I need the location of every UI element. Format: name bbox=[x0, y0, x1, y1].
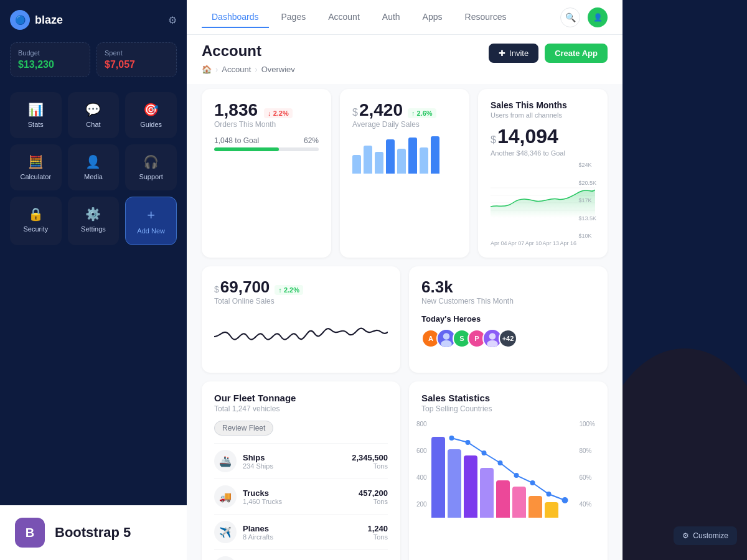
sidebar-item-security[interactable]: 🔒 Security bbox=[10, 197, 62, 245]
search-button[interactable]: 🔍 bbox=[560, 7, 580, 27]
support-icon: 🎧 bbox=[143, 154, 159, 169]
bar-7 bbox=[420, 147, 428, 174]
budget-cards: Budget $13,230 Spent $7,057 bbox=[10, 42, 177, 77]
svg-point-7 bbox=[498, 460, 503, 465]
tab-account[interactable]: Account bbox=[318, 7, 370, 28]
create-app-button[interactable]: Create App bbox=[545, 44, 608, 63]
trucks-sub: 1,460 Trucks bbox=[243, 498, 359, 505]
squiggle-chart bbox=[214, 312, 388, 362]
svg-point-5 bbox=[466, 440, 471, 445]
breadcrumb-account: Account bbox=[222, 65, 251, 74]
bar-col-3 bbox=[464, 455, 477, 518]
new-customers-number: 6.3k bbox=[421, 278, 595, 297]
media-label: Media bbox=[84, 173, 103, 180]
svg-point-6 bbox=[482, 450, 487, 455]
orders-progress: 1,048 to Goal 62% bbox=[214, 136, 319, 151]
orders-label: Orders This Month bbox=[214, 120, 319, 129]
breadcrumb-overview: Overwiev bbox=[261, 65, 295, 74]
spent-value: $7,057 bbox=[105, 59, 169, 70]
chat-icon: 💬 bbox=[85, 102, 101, 117]
settings-icon: ⚙️ bbox=[85, 207, 101, 222]
logo-area: 🔵 blaze bbox=[10, 10, 63, 30]
logo-icon: 🔵 bbox=[10, 10, 30, 30]
sales-bar-chart: 800 600 400 200 bbox=[421, 421, 595, 520]
user-avatar-button[interactable]: 👤 bbox=[588, 7, 608, 27]
daily-sales-header: $ 2,420 ↑ 2.6% bbox=[352, 100, 457, 120]
add-new-label: Add New bbox=[137, 227, 165, 235]
sidebar-item-stats[interactable]: 📊 Stats bbox=[10, 92, 62, 138]
tab-dashboards[interactable]: Dashboards bbox=[202, 7, 269, 28]
sidebar-item-settings[interactable]: ⚙️ Settings bbox=[68, 197, 120, 245]
main-content-area: Dashboards Pages Account Auth Apps Resou… bbox=[187, 0, 622, 560]
spent-label: Spent bbox=[105, 49, 169, 57]
planes-icon: ✈️ bbox=[214, 521, 237, 543]
planes-value: 1,240 bbox=[367, 524, 388, 533]
sidebar-item-add-new[interactable]: + Add New bbox=[125, 197, 177, 245]
sales-month-sub: Users from all channels bbox=[491, 111, 595, 119]
security-label: Security bbox=[23, 225, 48, 233]
total-online-badge: ↑ 2.2% bbox=[275, 285, 303, 295]
bootstrap-text: Bootstrap 5 bbox=[55, 525, 131, 541]
ships-name: Ships bbox=[243, 453, 352, 462]
media-icon: 👤 bbox=[85, 154, 101, 169]
budget-card: Budget $13,230 bbox=[10, 42, 90, 77]
review-fleet-button[interactable]: Review Fleet bbox=[214, 421, 273, 436]
sidebar-item-media[interactable]: 👤 Media bbox=[68, 144, 120, 190]
sidebar-item-chat[interactable]: 💬 Chat bbox=[68, 92, 120, 138]
sidebar: 🔵 blaze ⚙ Budget $13,230 Spent $7,057 📊 … bbox=[0, 0, 187, 560]
sidebar-item-support[interactable]: 🎧 Support bbox=[125, 144, 177, 190]
sidebar-gear-icon[interactable]: ⚙ bbox=[168, 14, 177, 26]
progress-bar bbox=[214, 147, 319, 151]
stats-icon: 📊 bbox=[28, 102, 44, 117]
svg-point-9 bbox=[530, 480, 535, 485]
sales-stats-card: Sales Statistics Top Selling Countries 8… bbox=[409, 381, 608, 560]
bar-2 bbox=[364, 146, 372, 174]
tab-apps[interactable]: Apps bbox=[413, 7, 453, 28]
bar-col-7 bbox=[529, 496, 542, 518]
page-header-section: Account 🏠 › Account › Overwiev ✚ Invite … bbox=[187, 35, 622, 84]
page-actions: ✚ Invite Create App bbox=[489, 44, 608, 63]
sidebar-item-guides[interactable]: 🎯 Guides bbox=[125, 92, 177, 138]
sidebar-item-calculator[interactable]: 🧮 Calculator bbox=[10, 144, 62, 190]
customize-icon: ⚙ bbox=[682, 531, 689, 540]
progress-fill bbox=[214, 147, 279, 151]
daily-sales-label: Average Daily Sales bbox=[352, 120, 457, 129]
tab-pages[interactable]: Pages bbox=[271, 7, 316, 28]
new-customers-card: 6.3k New Customers This Month Today's He… bbox=[409, 266, 608, 373]
chat-label: Chat bbox=[86, 121, 100, 128]
fleet-title: Our Fleet Tonnage bbox=[214, 393, 388, 403]
settings-label: Settings bbox=[81, 225, 106, 233]
top-navigation: Dashboards Pages Account Auth Apps Resou… bbox=[187, 0, 622, 35]
bar-col-1 bbox=[431, 437, 445, 518]
customize-button[interactable]: ⚙ Customize bbox=[674, 526, 737, 545]
fleet-row-trains: 🚂 Trains 804,300 bbox=[214, 549, 388, 560]
sales-month-title: Sales This Months bbox=[491, 100, 595, 110]
bar-6 bbox=[408, 138, 417, 174]
guides-label: Guides bbox=[140, 121, 162, 128]
sales-stats-title: Sales Statistics bbox=[421, 393, 595, 403]
sidebar-header: 🔵 blaze ⚙ bbox=[10, 10, 177, 30]
tab-auth[interactable]: Auth bbox=[372, 7, 410, 28]
bar-1 bbox=[352, 155, 361, 174]
bootstrap-badge: B Bootstrap 5 bbox=[0, 505, 187, 560]
stats-row-1: 1,836 ↓ 2.2% Orders This Month 1,048 to … bbox=[202, 89, 608, 258]
heroes-title: Today's Heroes bbox=[421, 314, 595, 324]
security-icon: 🔒 bbox=[28, 207, 44, 222]
tab-resources[interactable]: Resources bbox=[455, 7, 517, 28]
invite-button[interactable]: ✚ Invite bbox=[489, 44, 538, 63]
bootstrap-letter: B bbox=[26, 526, 34, 540]
grid-menu: 📊 Stats 💬 Chat 🎯 Guides 🧮 Calculator 👤 M… bbox=[10, 92, 177, 245]
orders-number: 1,836 ↓ 2.2% bbox=[214, 100, 319, 120]
sales-stats-sub: Top Selling Countries bbox=[421, 404, 595, 413]
fleet-row-planes: ✈️ Planes 8 Aircrafts 1,240 Tons bbox=[214, 514, 388, 549]
sales-month-amount: $ 14,094 bbox=[491, 125, 595, 149]
goal-pct: 62% bbox=[304, 136, 319, 145]
bar-4 bbox=[386, 139, 395, 174]
guides-icon: 🎯 bbox=[143, 102, 159, 117]
bar-col-4 bbox=[480, 468, 494, 518]
budget-label: Budget bbox=[18, 49, 82, 57]
ships-value: 2,345,500 bbox=[352, 453, 388, 462]
fleet-subtitle: Total 1,247 vehicles bbox=[214, 404, 388, 413]
planes-name: Planes bbox=[243, 524, 367, 533]
sales-goal-text: Another $48,346 to Goal bbox=[491, 149, 595, 157]
